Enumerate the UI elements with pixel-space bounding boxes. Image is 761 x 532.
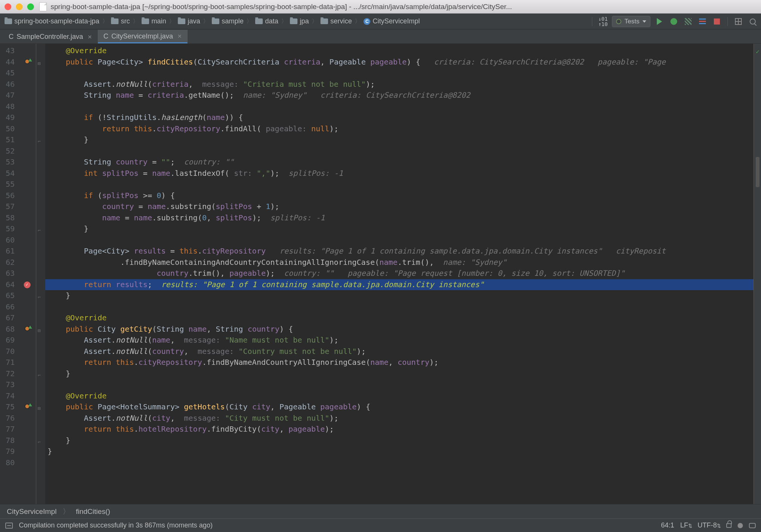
bug-icon: [670, 18, 677, 25]
profile-button[interactable]: [697, 16, 708, 27]
fold-toggle[interactable]: ⊟: [38, 58, 41, 69]
run-coverage-button[interactable]: [683, 16, 693, 27]
code-line-49[interactable]: if (!StringUtils.hasLength(name)) {: [45, 112, 753, 123]
code-line-63[interactable]: country.trim(), pageable); country: "" p…: [45, 268, 753, 279]
scroll-thumb[interactable]: [756, 157, 759, 187]
bc-class[interactable]: CityServiceImpl: [7, 507, 57, 516]
breakpoint-icon[interactable]: [24, 281, 31, 288]
fold-toggle[interactable]: ⌐: [38, 437, 41, 448]
window-titlebar: spring-boot-sample-data-jpa [~/spring-bo…: [0, 0, 761, 14]
code-line-68[interactable]: public City getCity(String name, String …: [45, 324, 753, 335]
code-line-75[interactable]: public Page<HotelSummary> getHotels(City…: [45, 401, 753, 413]
override-icon[interactable]: [25, 404, 30, 409]
code-line-59[interactable]: }: [45, 223, 753, 235]
cursor-position[interactable]: 64:1: [661, 521, 674, 529]
run-button[interactable]: [654, 16, 665, 27]
structure-breadcrumb[interactable]: CityServiceImpl 〉 findCities(): [0, 504, 761, 518]
breadcrumb-data[interactable]: data: [254, 17, 280, 25]
line-separator[interactable]: LF⇅: [680, 521, 692, 529]
close-tab-icon[interactable]: ✕: [177, 33, 182, 39]
error-stripe[interactable]: ✓: [753, 44, 761, 504]
code-line-72[interactable]: }: [45, 368, 753, 380]
code-line-71[interactable]: return this.cityRepository.findByNameAnd…: [45, 357, 753, 368]
code-line-45[interactable]: [45, 68, 753, 79]
code-line-57[interactable]: country = name.substring(splitPos + 1);: [45, 201, 753, 212]
chevron-down-icon: [642, 20, 646, 23]
code-line-61[interactable]: Page<City> results = this.cityRepository…: [45, 246, 753, 257]
code-line-43[interactable]: @Override: [45, 45, 753, 57]
override-icon[interactable]: [25, 59, 30, 64]
breadcrumb-service[interactable]: service: [319, 17, 353, 25]
search-everywhere-button[interactable]: [747, 16, 758, 27]
code-line-67[interactable]: @Override: [45, 312, 753, 324]
chevron-right-icon: 〉: [203, 18, 209, 25]
readonly-lock-icon[interactable]: [726, 523, 732, 528]
breadcrumb-src[interactable]: src: [109, 17, 131, 25]
breadcrumb-CityServiceImpl[interactable]: CCityServiceImpl: [362, 17, 421, 25]
code-line-77[interactable]: return this.hotelRepository.findByCity(c…: [45, 424, 753, 435]
profile-icon: [699, 18, 706, 24]
code-line-62[interactable]: .findByNameContainingAndCountryContainin…: [45, 257, 753, 268]
fold-toggle[interactable]: ⌐: [38, 136, 41, 147]
sort-toggle-icon[interactable]: ↓01↑10: [598, 16, 608, 27]
code-line-50[interactable]: return this.cityRepository.findAll( page…: [45, 123, 753, 135]
stop-button[interactable]: [712, 16, 722, 27]
layout-button[interactable]: [733, 16, 744, 27]
bc-method[interactable]: findCities(): [76, 507, 110, 516]
code-line-58[interactable]: name = name.substring(0, splitPos); spli…: [45, 212, 753, 224]
code-line-52[interactable]: [45, 146, 753, 157]
fold-gutter: ⊟⌐⌐⌐⊟⌐⊟⌐: [36, 44, 45, 504]
code-line-69[interactable]: Assert.notNull(name, message: "Name must…: [45, 335, 753, 346]
code-line-73[interactable]: [45, 379, 753, 391]
chevron-right-icon: 〉: [355, 18, 360, 25]
user-icon[interactable]: [738, 523, 743, 528]
code-line-65[interactable]: }: [45, 290, 753, 301]
code-line-56[interactable]: if (splitPos >= 0) {: [45, 190, 753, 201]
zoom-window[interactable]: [27, 3, 34, 10]
code-line-48[interactable]: [45, 101, 753, 112]
code-line-51[interactable]: }: [45, 134, 753, 146]
code-area[interactable]: @Override public Page<City> findCities(C…: [45, 44, 753, 504]
close-tab-icon[interactable]: ✕: [88, 34, 92, 40]
breadcrumb-jpa[interactable]: jpa: [288, 17, 310, 25]
code-line-79[interactable]: }: [45, 446, 753, 457]
fold-toggle[interactable]: ⊟: [38, 403, 41, 414]
coverage-icon: [685, 18, 692, 25]
breadcrumb-java[interactable]: java: [176, 17, 202, 25]
debug-button[interactable]: [669, 16, 679, 27]
close-window[interactable]: [5, 3, 11, 10]
stop-icon: [714, 18, 720, 25]
code-line-44[interactable]: public Page<City> findCities(CitySearchC…: [45, 57, 753, 68]
file-encoding[interactable]: UTF-8⇅: [698, 521, 720, 529]
play-icon: [657, 18, 662, 25]
code-line-80[interactable]: [45, 457, 753, 469]
override-icon[interactable]: [25, 326, 30, 331]
code-line-76[interactable]: Assert.notNull(city, message: "City must…: [45, 413, 753, 424]
code-line-53[interactable]: String country = ""; country: "": [45, 157, 753, 168]
fold-toggle[interactable]: ⌐: [38, 292, 41, 303]
breadcrumb-sample[interactable]: sample: [210, 17, 245, 25]
code-line-78[interactable]: }: [45, 435, 753, 446]
code-line-60[interactable]: [45, 235, 753, 246]
tab-CityServiceImpl.java[interactable]: CCityServiceImpl.java✕: [98, 30, 188, 43]
code-editor[interactable]: 4344454647484950515253545556575859606162…: [0, 44, 761, 504]
code-line-70[interactable]: Assert.notNull(country, message: "Countr…: [45, 346, 753, 357]
code-line-64[interactable]: return results; results: "Page 1 of 1 co…: [45, 279, 753, 291]
code-line-66[interactable]: [45, 301, 753, 313]
code-line-74[interactable]: @Override: [45, 391, 753, 402]
code-line-46[interactable]: Assert.notNull(criteria, message: "Crite…: [45, 79, 753, 90]
fold-toggle[interactable]: ⊟: [38, 325, 41, 337]
file-icon: [39, 2, 47, 11]
tool-window-icon[interactable]: [5, 523, 13, 529]
notifications-icon[interactable]: [749, 523, 756, 528]
fold-toggle[interactable]: ⌐: [38, 370, 41, 381]
code-line-55[interactable]: [45, 179, 753, 190]
code-line-54[interactable]: int splitPos = name.lastIndexOf( str: ",…: [45, 168, 753, 179]
minimize-window[interactable]: [16, 3, 23, 10]
code-line-47[interactable]: String name = criteria.getName(); name: …: [45, 90, 753, 101]
run-config-selector[interactable]: Tests: [612, 16, 650, 27]
fold-toggle[interactable]: ⌐: [38, 225, 41, 236]
breadcrumb-spring-boot-sample-data-jpa[interactable]: spring-boot-sample-data-jpa: [3, 17, 101, 25]
tab-SampleController.java[interactable]: CSampleController.java✕: [3, 30, 98, 43]
breadcrumb-main[interactable]: main: [140, 17, 168, 25]
